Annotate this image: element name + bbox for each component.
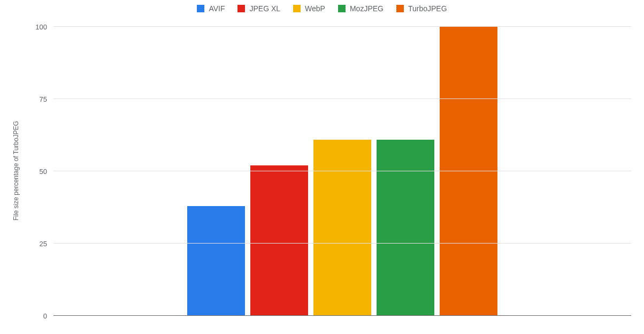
y-tick-label: 75 xyxy=(27,95,53,103)
bar-turbojpeg xyxy=(440,27,497,316)
bar-jpeg-xl xyxy=(250,165,308,316)
legend-swatch xyxy=(293,5,301,12)
legend-label: TurboJPEG xyxy=(408,4,447,13)
y-axis-label: File size percentage of TurboJPEG xyxy=(12,121,20,221)
legend-label: AVIF xyxy=(209,4,225,13)
y-tick-label: 0 xyxy=(27,312,53,320)
plot-area: 0255075100 xyxy=(53,27,631,316)
legend-item-jpeg-xl: JPEG XL xyxy=(237,4,280,13)
legend: AVIFJPEG XLWebPMozJPEGTurboJPEG xyxy=(0,4,644,13)
legend-item-mozjpeg: MozJPEG xyxy=(338,4,384,13)
chart: AVIFJPEG XLWebPMozJPEGTurboJPEG File siz… xyxy=(0,0,644,334)
legend-swatch xyxy=(338,5,346,12)
bar-avif xyxy=(187,206,245,316)
y-tick-label: 25 xyxy=(27,240,53,248)
grid-line xyxy=(53,171,631,171)
y-tick-label: 100 xyxy=(27,23,53,31)
legend-label: JPEG XL xyxy=(249,4,280,13)
legend-item-webp: WebP xyxy=(293,4,325,13)
legend-item-avif: AVIF xyxy=(197,4,225,13)
legend-swatch xyxy=(197,5,204,12)
legend-label: WebP xyxy=(305,4,325,13)
legend-swatch xyxy=(396,5,404,12)
y-tick-label: 50 xyxy=(27,168,53,176)
bar-webp xyxy=(313,140,371,316)
grid-line xyxy=(53,98,631,99)
x-axis-baseline xyxy=(53,315,631,316)
legend-item-turbojpeg: TurboJPEG xyxy=(396,4,447,13)
bar-mozjpeg xyxy=(377,140,434,316)
legend-label: MozJPEG xyxy=(350,4,384,13)
grid-line xyxy=(53,26,631,27)
legend-swatch xyxy=(237,5,245,12)
grid-line xyxy=(53,243,631,244)
bars-group xyxy=(53,27,631,316)
